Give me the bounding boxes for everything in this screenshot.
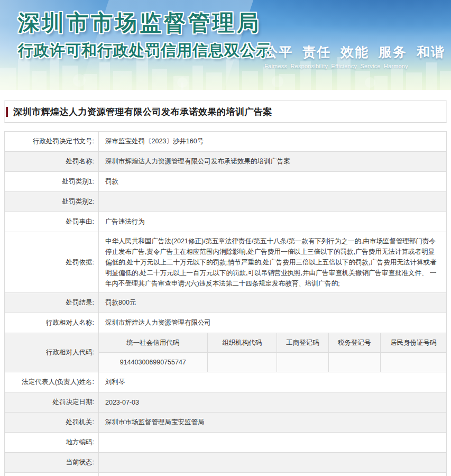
table-row: 法定代表人(负责人)姓名: 刘利琴 [5, 372, 447, 392]
header-banner: 深圳市市场监督管理局 行政许可和行政处罚信用信息双公示 公平 责任 效能 服务 … [0, 0, 451, 90]
row-value: 罚款800元 [99, 293, 447, 313]
row-label: 处罚结果: [5, 293, 99, 313]
row-value: 2023-07-03 [99, 392, 447, 413]
table-row: 处罚类别2: [5, 192, 447, 212]
org-title: 深圳市市场监督管理局 [18, 8, 261, 38]
row-label: 备注 [5, 473, 99, 476]
codes-value-row: 914403006990755747 [99, 353, 446, 372]
slogan-chinese: 公平 责任 效能 服务 和谐 [264, 43, 445, 61]
row-label: 处罚决定日期: [5, 392, 99, 413]
codes-value [380, 353, 446, 372]
row-label: 行政处罚决定书文号: [5, 132, 99, 152]
codes-header-row: 统一社会信用代码 组织机构代码 工商登记码 税务登记号 居民身份证号码 [99, 333, 446, 353]
table-row: 处罚事由: 广告违法行为 [5, 212, 447, 232]
codes-col-header: 税务登记号 [328, 333, 380, 353]
table-row: 地方编码: [5, 433, 447, 453]
table-row: 处罚类别1: 罚款 [5, 172, 447, 192]
row-value: 广告违法行为 [99, 212, 447, 232]
codes-value [328, 353, 380, 372]
banner-slogan: 公平 责任 效能 服务 和谐 Faimess Responsibility Ef… [264, 43, 445, 69]
row-value [99, 433, 447, 453]
codes-col-header: 工商登记码 [277, 333, 329, 353]
row-value: 中华人民共和国广告法(2021修正)/第五章法律责任/第五十八条/第一款有下列行… [99, 232, 447, 293]
table-row: 备注 [5, 473, 447, 476]
row-label: 处罚名称: [5, 152, 99, 172]
table-row: 处罚依据: 中华人民共和国广告法(2021修正)/第五章法律责任/第五十八条/第… [5, 232, 447, 293]
codes-cell: 统一社会信用代码 组织机构代码 工商登记码 税务登记号 居民身份证号码 9144… [99, 333, 447, 372]
row-value: 罚款 [99, 172, 447, 192]
row-value: 深市监宝处罚〔2023〕沙井160号 [99, 132, 447, 152]
table-row: 行政相对人名称: 深圳市辉煌达人力资源管理有限公司 [5, 313, 447, 333]
table-row: 当前状态: [5, 453, 447, 473]
table-row: 处罚决定日期: 2023-07-03 [5, 392, 447, 413]
table-row: 行政处罚决定书文号: 深市监宝处罚〔2023〕沙井160号 [5, 132, 447, 152]
row-label: 行政相对人代码: [5, 333, 99, 372]
codes-value: 914403006990755747 [99, 353, 207, 372]
row-value: 深圳市辉煌达人力资源管理有限公司发布承诺效果的培训广告案 [99, 152, 447, 172]
codes-col-header: 组织机构代码 [207, 333, 277, 353]
row-label: 处罚类别1: [5, 172, 99, 192]
row-value [99, 473, 447, 476]
case-title-section: 深圳市辉煌达人力资源管理有限公司发布承诺效果的培训广告案 [4, 100, 447, 123]
row-value [99, 453, 447, 473]
row-label: 地方编码: [5, 433, 99, 453]
content-panel: 深圳市辉煌达人力资源管理有限公司发布承诺效果的培训广告案 行政处罚决定书文号: … [4, 100, 447, 476]
table-row: 处罚机关: 深圳市市场监督管理局宝安监管局 [5, 413, 447, 433]
codes-col-header: 居民身份证号码 [380, 333, 446, 353]
codes-value [277, 353, 329, 372]
row-label: 处罚类别2: [5, 192, 99, 212]
title-accent-bar [6, 107, 8, 117]
codes-value [207, 353, 277, 372]
row-label: 处罚事由: [5, 212, 99, 232]
table-row: 处罚结果: 罚款800元 [5, 293, 447, 313]
row-label: 处罚依据: [5, 232, 99, 293]
row-value [99, 192, 447, 212]
table-row: 处罚名称: 深圳市辉煌达人力资源管理有限公司发布承诺效果的培训广告案 [5, 152, 447, 172]
table-row-codes: 行政相对人代码: 统一社会信用代码 组织机构代码 工商登记码 税务登记号 居民身… [5, 333, 447, 372]
row-value: 刘利琴 [99, 372, 447, 392]
row-label: 处罚机关: [5, 413, 99, 433]
codes-col-header: 统一社会信用代码 [99, 333, 207, 353]
banner-subtitle: 行政许可和行政处罚信用信息双公示 [18, 40, 272, 61]
row-value: 深圳市市场监督管理局宝安监管局 [99, 413, 447, 433]
row-value: 深圳市辉煌达人力资源管理有限公司 [99, 313, 447, 333]
codes-table: 统一社会信用代码 组织机构代码 工商登记码 税务登记号 居民身份证号码 9144… [99, 333, 446, 372]
row-label: 行政相对人名称: [5, 313, 99, 333]
penalty-detail-table: 行政处罚决定书文号: 深市监宝处罚〔2023〕沙井160号 处罚名称: 深圳市辉… [4, 131, 447, 476]
row-label: 法定代表人(负责人)姓名: [5, 372, 99, 392]
page-title: 深圳市辉煌达人力资源管理有限公司发布承诺效果的培训广告案 [13, 106, 272, 118]
row-label: 当前状态: [5, 453, 99, 473]
slogan-english: Faimess Responsibility Efficiency Servic… [264, 63, 445, 69]
